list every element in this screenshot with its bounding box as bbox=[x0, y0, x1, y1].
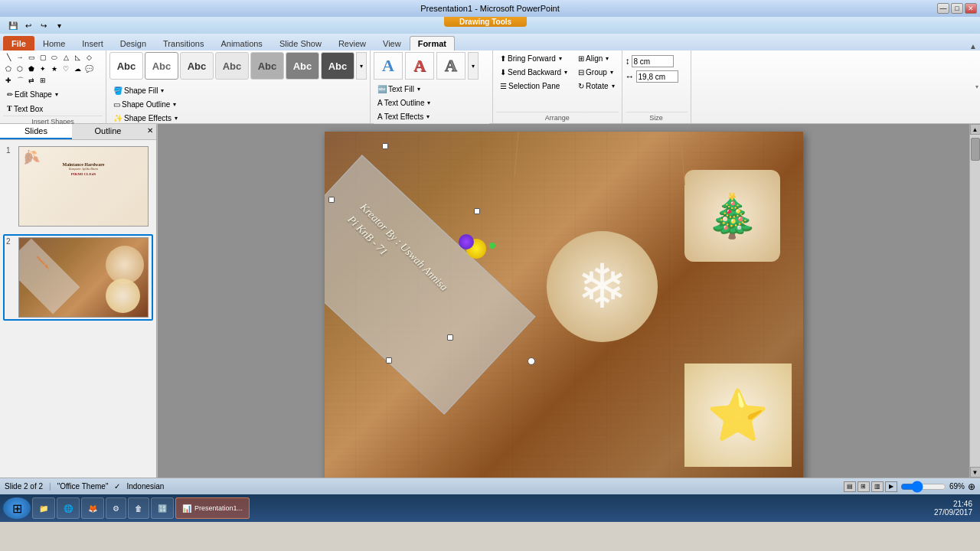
shape-style-6[interactable]: Abc bbox=[286, 52, 319, 80]
taskbar-calc[interactable]: 🔢 bbox=[151, 497, 174, 519]
tab-outline[interactable]: Outline bbox=[72, 124, 144, 139]
save-quick-btn[interactable]: 💾 bbox=[6, 18, 20, 32]
shape-line[interactable]: ╲ bbox=[3, 52, 14, 63]
shape-rect[interactable]: ▭ bbox=[26, 52, 37, 63]
shape-pentagon[interactable]: ⬠ bbox=[3, 64, 14, 74]
handle-top[interactable] bbox=[382, 143, 388, 149]
customize-quick-btn[interactable]: ▾ bbox=[52, 18, 66, 32]
text-effects-button[interactable]: A Text Effects ▾ bbox=[374, 110, 489, 123]
reading-view-btn[interactable]: ▥ bbox=[871, 481, 884, 492]
tab-insert[interactable]: Insert bbox=[74, 36, 112, 51]
tab-slideshow[interactable]: Slide Show bbox=[271, 36, 330, 51]
shape-arr2[interactable]: ⇄ bbox=[26, 75, 37, 86]
align-button[interactable]: ⊞ Align ▾ bbox=[574, 52, 618, 65]
shape-rtriangle[interactable]: ◺ bbox=[72, 52, 83, 63]
zoom-slider[interactable] bbox=[900, 483, 946, 491]
tab-home[interactable]: Home bbox=[34, 36, 74, 51]
maximize-button[interactable]: □ bbox=[951, 3, 963, 14]
shape-plus[interactable]: ✚ bbox=[3, 75, 14, 86]
shape-8pt[interactable]: ✦ bbox=[38, 64, 48, 74]
slide-canvas-area[interactable]: Kreator By : Uswah Annisa Pi KnB - 71 ❄ bbox=[158, 124, 969, 478]
shape-hexagon[interactable]: ⬡ bbox=[15, 64, 25, 74]
scroll-down-button[interactable]: ▼ bbox=[970, 467, 981, 478]
shape-style-4[interactable]: Abc bbox=[215, 52, 249, 80]
rotate-button[interactable]: ↻ Rotate ▾ bbox=[574, 80, 618, 93]
ribbon-collapse-btn[interactable]: ▲ bbox=[969, 42, 977, 51]
ribbon-expand-btn[interactable]: ▾ bbox=[974, 51, 980, 123]
text-fill-button[interactable]: 🔤 Text Fill ▾ bbox=[374, 83, 489, 96]
shape-style-1[interactable]: Abc bbox=[109, 52, 143, 80]
wordart-dropdown[interactable]: ▾ bbox=[468, 52, 479, 80]
rotation-handle[interactable] bbox=[528, 357, 535, 365]
handle-bottom-right[interactable] bbox=[447, 334, 453, 341]
shape-fill-button[interactable]: 🪣 Shape Fill ▾ bbox=[109, 84, 367, 97]
normal-view-btn[interactable]: ▤ bbox=[844, 481, 856, 492]
redo-quick-btn[interactable]: ↪ bbox=[37, 18, 51, 32]
taskbar-powerpoint[interactable]: 📊 Presentation1... bbox=[175, 497, 250, 519]
undo-quick-btn[interactable]: ↩ bbox=[21, 18, 35, 32]
group-button[interactable]: ⊟ Group ▾ bbox=[574, 66, 618, 79]
slide-thumb-2[interactable]: 2 Kreator By... bbox=[3, 234, 153, 321]
handle-bottom[interactable] bbox=[386, 357, 392, 364]
handle-left[interactable] bbox=[328, 197, 335, 203]
tab-transitions[interactable]: Transitions bbox=[155, 36, 212, 51]
wordart-sample-1[interactable]: A bbox=[374, 52, 403, 80]
edit-shape-button[interactable]: ✏ Edit Shape ▾ bbox=[3, 88, 103, 101]
shape-style-2[interactable]: Abc bbox=[145, 52, 178, 80]
shape-style-7[interactable]: Abc bbox=[321, 52, 354, 80]
taskbar-recycle[interactable]: 🗑 bbox=[128, 497, 149, 519]
shape-fill-arrow: ▾ bbox=[161, 87, 164, 94]
send-backward-button[interactable]: ⬇ Send Backward ▾ bbox=[496, 66, 571, 79]
text-outline-button[interactable]: A Text Outline ▾ bbox=[374, 96, 489, 109]
fit-slide-btn[interactable]: ⊕ bbox=[968, 481, 975, 492]
shape-outline-button[interactable]: ▭ Shape Outline ▾ bbox=[109, 98, 367, 111]
tab-review[interactable]: Review bbox=[330, 36, 374, 51]
shape-effects-button[interactable]: ✨ Shape Effects ▾ bbox=[109, 112, 367, 125]
taskbar-explorer[interactable]: 📁 bbox=[32, 497, 55, 519]
shape-round-rect[interactable]: ▢ bbox=[38, 52, 48, 63]
width-input[interactable] bbox=[636, 70, 678, 83]
minimize-button[interactable]: — bbox=[937, 3, 949, 14]
tab-view[interactable]: View bbox=[374, 36, 410, 51]
shape-misc[interactable]: ⊞ bbox=[38, 75, 48, 86]
shape-oval[interactable]: ⬭ bbox=[49, 52, 60, 63]
scroll-thumb[interactable] bbox=[971, 138, 980, 161]
start-button[interactable]: ⊞ bbox=[3, 497, 31, 519]
slide-sorter-btn[interactable]: ⊞ bbox=[858, 481, 870, 492]
wordart-sample-2[interactable]: A bbox=[405, 52, 434, 80]
shape-callout[interactable]: 💬 bbox=[83, 64, 94, 74]
shape-style-3[interactable]: Abc bbox=[180, 52, 214, 80]
shape-triangle[interactable]: △ bbox=[60, 52, 71, 63]
shape-heart[interactable]: ♡ bbox=[60, 64, 71, 74]
shape-outline-icon: ▭ bbox=[113, 100, 120, 109]
taskbar-chrome[interactable]: ⚙ bbox=[106, 497, 126, 519]
taskbar-ie[interactable]: 🌐 bbox=[57, 497, 80, 519]
shape-arrow-right[interactable]: → bbox=[15, 52, 25, 63]
tab-file[interactable]: File bbox=[3, 36, 34, 51]
close-button[interactable]: ✕ bbox=[965, 3, 977, 14]
bring-forward-button[interactable]: ⬆ Bring Forward ▾ bbox=[496, 52, 571, 65]
height-input[interactable] bbox=[632, 55, 674, 67]
shape-style-5[interactable]: Abc bbox=[250, 52, 284, 80]
scroll-up-button[interactable]: ▲ bbox=[970, 124, 981, 135]
shape-hept[interactable]: ⬟ bbox=[26, 64, 37, 74]
selection-pane-button[interactable]: ☰ Selection Pane bbox=[496, 80, 571, 93]
tab-design[interactable]: Design bbox=[112, 36, 155, 51]
shape-cloud[interactable]: ☁ bbox=[72, 64, 83, 74]
close-panel-button[interactable]: ✕ bbox=[144, 124, 156, 136]
text-box-button[interactable]: 𝐓 Text Box bbox=[3, 102, 103, 116]
slide-thumb-1[interactable]: 1 🍂 Maintance Hardware Komputer Aplika B… bbox=[3, 143, 153, 230]
slide-count: Slide 2 of 2 bbox=[5, 482, 43, 491]
tab-animations[interactable]: Animations bbox=[212, 36, 270, 51]
slideshow-btn[interactable]: ▶ bbox=[885, 481, 897, 492]
shape-style-dropdown[interactable]: ▾ bbox=[356, 52, 367, 80]
spelling-icon[interactable]: ✓ bbox=[114, 482, 120, 491]
taskbar-firefox[interactable]: 🦊 bbox=[81, 497, 104, 519]
tab-slides[interactable]: Slides bbox=[0, 124, 72, 139]
shape-star[interactable]: ★ bbox=[49, 64, 60, 74]
wordart-sample-3[interactable]: A bbox=[436, 52, 466, 80]
shape-curved[interactable]: ⌒ bbox=[15, 75, 25, 86]
handle-right[interactable] bbox=[474, 208, 480, 214]
shape-diamond[interactable]: ◇ bbox=[83, 52, 94, 63]
tab-format[interactable]: Format bbox=[410, 36, 455, 51]
